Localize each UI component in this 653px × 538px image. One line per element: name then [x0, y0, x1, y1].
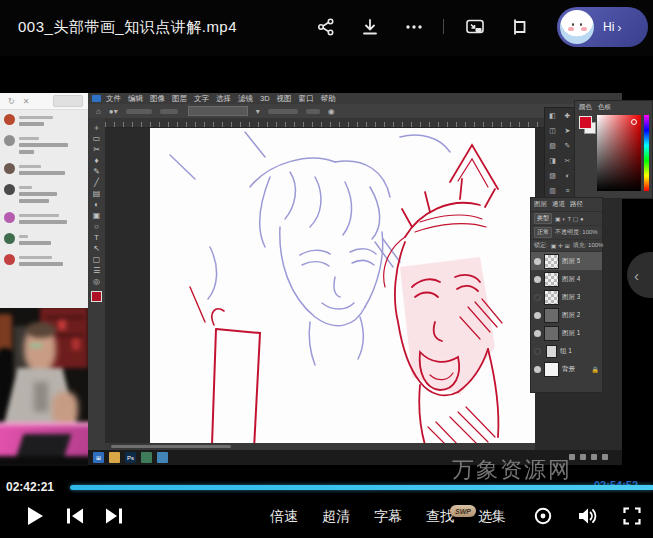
tool-icon: ○ [94, 221, 99, 232]
palette-tool-icon: ◫ [549, 124, 556, 137]
layer-thumbnail [544, 326, 559, 341]
layer-thumbnail [544, 362, 559, 377]
chat-message-text [19, 199, 49, 203]
layer-row: 背景🔒 [531, 360, 602, 378]
tool-icon: ▤ [93, 188, 101, 199]
tool-icon: ▭ [93, 133, 101, 144]
fill-value: 填充: 100% [573, 241, 604, 250]
glasses-glint [30, 344, 42, 347]
chat-message-text [19, 262, 63, 266]
share-icon [316, 17, 336, 37]
layer-name: 背景 [562, 365, 575, 374]
taskbar-app-icon: ⊞ [93, 452, 104, 463]
layer-filter-select: 类型 [534, 213, 552, 224]
layer-name: 图层 5 [562, 257, 580, 266]
next-button[interactable] [101, 504, 127, 528]
volume-button[interactable] [575, 505, 599, 527]
avatar [560, 10, 594, 44]
color-panel: 颜色色板 [574, 100, 653, 199]
toolbar-divider [443, 19, 444, 34]
layer-row: 图层 1 [531, 324, 602, 342]
menu-item: 视图 [277, 94, 292, 104]
chat-message-text [19, 150, 34, 154]
chat-message-text [19, 241, 51, 245]
color-panel-tab: 颜色 [579, 103, 592, 112]
layer-row: 图层 5 [531, 252, 602, 270]
palette-tool-icon: ✚ [565, 109, 571, 122]
photoshop-menu-items: 文件编辑图像图层文字选择滤镜3D视图窗口帮助 [106, 94, 343, 104]
video-title: 003_头部带画_知识点讲解.mp4 [18, 18, 237, 37]
account-label: Hi [603, 20, 614, 34]
palette-tool-icon: ≡ [565, 184, 569, 197]
chevron-left-icon: ‹ [634, 267, 639, 284]
chat-avatar [4, 163, 15, 174]
tool-icon: ＋ [93, 122, 101, 133]
palette-tool-icon: ✎ [565, 139, 571, 152]
menu-item: 3D [260, 94, 270, 104]
layer-row: 图层 3 [531, 288, 602, 306]
chat-message-text [19, 143, 68, 147]
photoshop-logo [92, 95, 101, 102]
more-button[interactable] [402, 15, 426, 39]
menu-item: 图像 [150, 94, 165, 104]
taskbar-app-icon: Ps [125, 452, 136, 463]
tool-icon: ☰ [93, 265, 100, 276]
photoshop-menubar: 文件编辑图像图层文字选择滤镜3D视图窗口帮助 [88, 93, 622, 104]
blend-mode-select: 正常 [534, 227, 552, 238]
layers-panel: 图层通道路径 类型 ▣ ◐ T ▢ ● 正常 不透明度: 100% 锁定: ▣ … [530, 197, 603, 393]
layer-name: 图层 1 [562, 329, 580, 338]
tool-icon: ✎ [93, 166, 100, 177]
layer-name: 图层 4 [562, 275, 580, 284]
picture-in-picture-icon [464, 17, 486, 37]
color-panel-tab: 色板 [598, 103, 611, 112]
play-button[interactable] [22, 504, 48, 528]
layer-visibility-eye-icon [534, 312, 541, 319]
menu-item: 滤镜 [238, 94, 253, 104]
download-button[interactable] [358, 15, 382, 39]
chat-avatar [4, 114, 15, 125]
drawing-tablet [16, 434, 71, 456]
control-subtitle[interactable]: 字幕 [374, 508, 402, 526]
picture-in-picture-button[interactable] [463, 15, 487, 39]
target-circle-icon [533, 506, 553, 526]
layer-name: 图层 3 [562, 293, 580, 302]
color-panel-tabs: 颜色色板 [575, 101, 652, 114]
fullscreen-button[interactable] [620, 505, 644, 527]
taskbar-app-icon [141, 452, 152, 463]
palette-tool-icon: ▧ [549, 139, 556, 152]
tool-icon: T [94, 232, 99, 243]
fullscreen-icon [622, 506, 642, 526]
layer-visibility-eye-icon [534, 330, 541, 337]
episode-drawer-handle[interactable]: ‹ [627, 252, 653, 298]
dock-window-button[interactable] [507, 15, 531, 39]
video-player-window: 文件编辑图像图层文字选择滤镜3D视图窗口帮助 ⌂ ●▾ ▾ ◉ ＋▭✂♦✎╱▤◐… [0, 0, 653, 538]
webcam-view [0, 308, 88, 466]
chat-sender-name [19, 137, 39, 140]
layer-visibility-eye-icon [534, 294, 541, 301]
mini-player-button[interactable] [531, 505, 555, 527]
photoshop-options-bar: ⌂ ●▾ ▾ ◉ [88, 104, 622, 118]
layer-thumbnail [544, 290, 559, 305]
previous-icon [64, 506, 86, 526]
taskbar-app-icon [109, 452, 120, 463]
tool-icon: ◎ [93, 276, 100, 287]
chat-sender-name [19, 235, 28, 238]
control-episodes[interactable]: 选集 [478, 508, 506, 526]
account-button[interactable]: Hi › [557, 7, 648, 47]
tool-icon: ◐ [94, 199, 99, 210]
share-button[interactable] [314, 15, 338, 39]
brush-icon: ●▾ [109, 107, 118, 116]
chat-avatar [4, 212, 15, 223]
control-quality[interactable]: 超清 [322, 508, 350, 526]
control-speed[interactable]: 倍速 [270, 508, 298, 526]
previous-button[interactable] [62, 504, 88, 528]
next-icon [103, 506, 125, 526]
layer-name: 图层 2 [562, 311, 580, 320]
tool-icon: ♦ [94, 155, 98, 166]
refresh-icon: ↻ [8, 97, 15, 106]
progress-bar[interactable] [70, 485, 653, 490]
opacity-value: 不透明度: 100% [555, 228, 598, 237]
tool-icon: ↖ [93, 243, 100, 254]
chat-message-text [19, 171, 65, 175]
chat-avatar [4, 184, 15, 195]
